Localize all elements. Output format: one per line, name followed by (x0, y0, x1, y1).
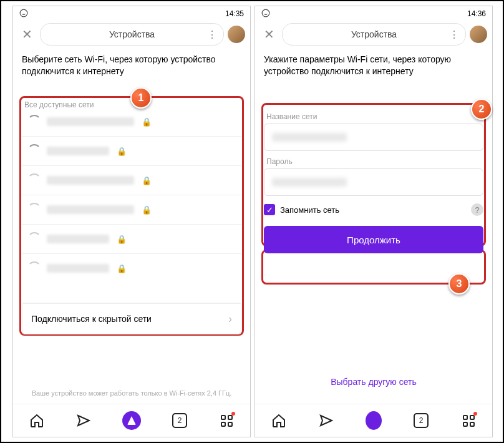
bottom-nav: 2 (13, 404, 250, 437)
avatar[interactable] (228, 26, 245, 43)
wifi-icon (28, 117, 39, 126)
network-name-blurred (47, 235, 109, 243)
app-header: ✕ Устройства ⋮ (13, 21, 250, 47)
password-input[interactable] (264, 168, 483, 196)
input-value-blurred (272, 178, 347, 187)
nav-alice-icon[interactable] (122, 411, 141, 430)
network-name-label: Название сети (255, 106, 492, 124)
lock-icon: 🔒 (117, 235, 124, 244)
network-list: 🔒 🔒 🔒 🔒 🔒 🔒 (22, 107, 241, 283)
lock-icon: 🔒 (142, 205, 149, 215)
nav-tabs-icon[interactable]: 2 (413, 412, 429, 429)
status-bar: 14:36 (255, 6, 492, 21)
choose-other-network-link[interactable]: Выбрать другую сеть (255, 377, 492, 387)
continue-button[interactable]: Продолжить (264, 226, 483, 253)
annotation-badge-1: 1 (130, 87, 152, 109)
svg-point-0 (20, 9, 27, 17)
nav-menu-icon[interactable] (218, 412, 235, 429)
status-time: 14:35 (225, 9, 244, 18)
wifi-icon (28, 264, 39, 273)
network-name-input[interactable] (264, 124, 483, 151)
tutorial-image: 14:35 ✕ Устройства ⋮ Выберите сеть Wi-Fi… (0, 0, 504, 443)
network-name-blurred (47, 205, 134, 214)
help-icon[interactable]: ? (471, 203, 483, 216)
network-item[interactable]: 🔒 (22, 195, 241, 225)
close-icon[interactable]: ✕ (260, 27, 278, 42)
input-value-blurred (272, 133, 347, 142)
hidden-network-row[interactable]: Подключиться к скрытой сети › (22, 303, 241, 334)
network-name-blurred (47, 117, 134, 126)
status-bar: 14:35 (13, 6, 250, 21)
lock-icon: 🔒 (117, 147, 124, 156)
chevron-right-icon: › (228, 313, 232, 326)
nav-tabs-icon[interactable]: 2 (172, 412, 188, 429)
nav-send-icon[interactable] (75, 412, 92, 429)
remember-row: ✓ Запомнить сеть ? (255, 196, 492, 223)
annotation-badge-3: 3 (448, 273, 470, 295)
nav-send-icon[interactable] (318, 412, 334, 429)
page-title: Устройства (109, 29, 155, 39)
instruction-text: Выберите сеть Wi-Fi, через которую устро… (13, 47, 250, 81)
more-icon[interactable]: ⋮ (449, 29, 459, 41)
wifi-icon (28, 176, 39, 185)
network-name-blurred (47, 176, 134, 185)
phone-screen-right: 14:36 ✕ Устройства ⋮ Укажите параметры W… (254, 6, 493, 437)
nav-home-icon[interactable] (271, 412, 287, 429)
network-name-blurred (47, 264, 109, 273)
network-item[interactable]: 🔒 (22, 225, 241, 254)
status-time: 14:36 (467, 9, 486, 18)
wifi-icon (28, 205, 39, 214)
lock-icon: 🔒 (142, 117, 149, 127)
title-bar[interactable]: Устройства ⋮ (282, 23, 466, 46)
network-item[interactable]: 🔒 (22, 107, 241, 137)
app-header: ✕ Устройства ⋮ (255, 21, 492, 47)
network-item[interactable]: 🔒 (22, 254, 241, 283)
svg-point-1 (262, 9, 269, 17)
network-item[interactable]: 🔒 (22, 137, 241, 166)
lock-icon: 🔒 (117, 264, 124, 273)
whatsapp-icon (261, 9, 270, 19)
footnote-text: Ваше устройство может работать только в … (13, 389, 250, 397)
remember-label: Запомнить сеть (280, 205, 339, 215)
more-icon[interactable]: ⋮ (207, 29, 217, 41)
wifi-form: Название сети Пароль ✓ Запомнить сеть ? … (255, 106, 492, 256)
annotation-badge-2: 2 (471, 99, 492, 120)
network-item[interactable]: 🔒 (22, 166, 241, 195)
lock-icon: 🔒 (142, 176, 149, 185)
instruction-text: Укажите параметры Wi-Fi сети, через кото… (255, 47, 492, 81)
bottom-nav: 2 (255, 404, 492, 437)
notification-dot-icon (231, 412, 235, 416)
alice-triangle-icon (127, 416, 136, 425)
whatsapp-icon (19, 9, 28, 19)
close-icon[interactable]: ✕ (18, 27, 36, 42)
phone-screen-left: 14:35 ✕ Устройства ⋮ Выберите сеть Wi-Fi… (12, 6, 251, 437)
password-label: Пароль (255, 151, 492, 168)
wifi-icon (28, 235, 39, 243)
title-bar[interactable]: Устройства ⋮ (40, 23, 224, 46)
hidden-network-label: Подключиться к скрытой сети (31, 314, 152, 324)
nav-menu-icon[interactable] (460, 412, 477, 429)
wifi-icon (28, 147, 39, 155)
page-title: Устройства (351, 29, 397, 39)
nav-home-icon[interactable] (29, 412, 45, 429)
avatar[interactable] (470, 26, 487, 43)
network-name-blurred (47, 147, 109, 155)
notification-dot-icon (473, 412, 477, 416)
remember-checkbox[interactable]: ✓ (264, 204, 275, 215)
nav-alice-icon[interactable] (366, 412, 382, 429)
